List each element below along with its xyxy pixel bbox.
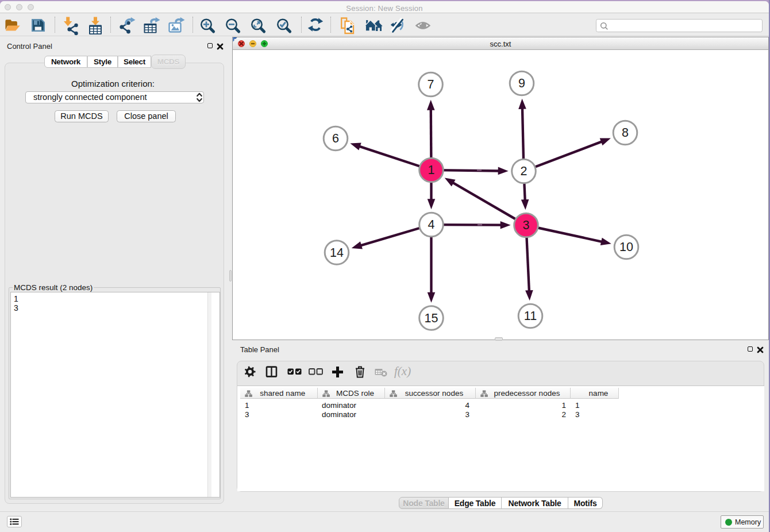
svg-text:7: 7	[428, 78, 434, 91]
svg-text:15: 15	[425, 311, 438, 325]
svg-text:6: 6	[332, 132, 339, 145]
svg-text:4: 4	[428, 218, 435, 232]
svg-text:11: 11	[524, 309, 537, 323]
svg-text:3: 3	[523, 218, 530, 232]
svg-text:1: 1	[428, 163, 435, 177]
svg-text:14: 14	[330, 246, 344, 260]
svg-text:8: 8	[622, 126, 629, 140]
svg-text:10: 10	[619, 240, 633, 254]
svg-text:2: 2	[521, 164, 528, 178]
svg-text:9: 9	[518, 76, 525, 90]
